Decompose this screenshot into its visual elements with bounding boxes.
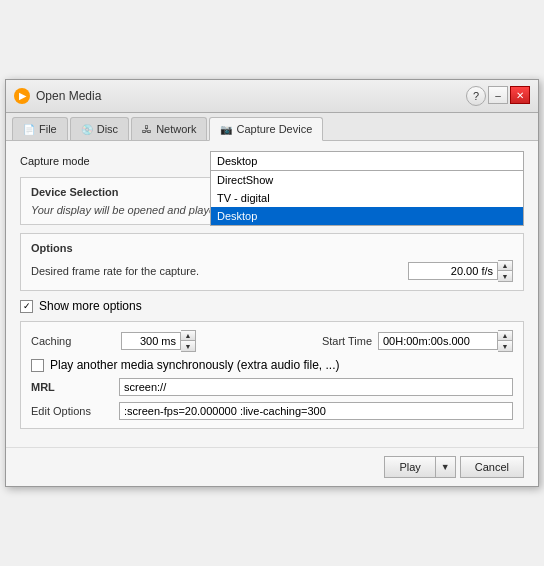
- caching-input-wrap: ▲ ▼: [121, 330, 196, 352]
- caching-spin-down[interactable]: ▼: [181, 341, 195, 351]
- play-button-group: Play ▼: [384, 456, 455, 478]
- fps-spin-buttons: ▲ ▼: [498, 260, 513, 282]
- caching-label: Caching: [31, 335, 121, 347]
- window-title: Open Media: [36, 89, 101, 103]
- tab-file-label: File: [39, 123, 57, 135]
- show-more-row: ✓ Show more options: [20, 299, 524, 313]
- fps-label: Desired frame rate for the capture.: [31, 265, 400, 277]
- content-area: Capture mode Desktop DirectShow TV - dig…: [6, 141, 538, 447]
- tab-disc-label: Disc: [97, 123, 118, 135]
- dialog-window: ▶ Open Media ? – ✕ 📄 File 💿 Disc 🖧 Netwo…: [5, 79, 539, 487]
- mrl-input[interactable]: [119, 378, 513, 396]
- mrl-label: MRL: [31, 381, 111, 393]
- show-more-checkbox[interactable]: ✓: [20, 300, 33, 313]
- fps-spin-down[interactable]: ▼: [498, 271, 512, 281]
- tab-bar: 📄 File 💿 Disc 🖧 Network 📷 Capture Device: [6, 113, 538, 141]
- tab-disc[interactable]: 💿 Disc: [70, 117, 129, 140]
- tab-capture-label: Capture Device: [236, 123, 312, 135]
- play-dropdown-arrow[interactable]: ▼: [435, 456, 456, 478]
- dropdown-item-tv[interactable]: TV - digital: [211, 189, 523, 207]
- capture-mode-select-wrapper: Desktop DirectShow TV - digital DirectSh…: [210, 151, 524, 171]
- fps-row: Desired frame rate for the capture. ▲ ▼: [31, 260, 513, 282]
- caching-spin-buttons: ▲ ▼: [181, 330, 196, 352]
- tab-capture[interactable]: 📷 Capture Device: [209, 117, 323, 141]
- dropdown-item-directshow[interactable]: DirectShow: [211, 171, 523, 189]
- capture-icon: 📷: [220, 124, 232, 135]
- sync-checkbox[interactable]: [31, 359, 44, 372]
- start-time-spin-down[interactable]: ▼: [498, 341, 512, 351]
- disc-icon: 💿: [81, 124, 93, 135]
- vlc-icon: ▶: [14, 88, 30, 104]
- file-icon: 📄: [23, 124, 35, 135]
- fps-input[interactable]: [408, 262, 498, 280]
- edit-options-row: Edit Options: [31, 402, 513, 420]
- caching-input[interactable]: [121, 332, 181, 350]
- sync-row: Play another media synchronously (extra …: [31, 358, 513, 372]
- play-button[interactable]: Play: [384, 456, 434, 478]
- close-button[interactable]: ✕: [510, 86, 530, 104]
- options-title: Options: [31, 242, 513, 254]
- edit-options-input[interactable]: [119, 402, 513, 420]
- tab-network[interactable]: 🖧 Network: [131, 117, 207, 140]
- capture-mode-select[interactable]: Desktop DirectShow TV - digital: [210, 151, 524, 171]
- edit-options-label: Edit Options: [31, 405, 111, 417]
- cancel-button[interactable]: Cancel: [460, 456, 524, 478]
- title-bar: ▶ Open Media ? – ✕: [6, 80, 538, 113]
- start-time-label: Start Time: [322, 335, 372, 347]
- network-icon: 🖧: [142, 124, 152, 135]
- caching-row: Caching ▲ ▼ Start Time ▲ ▼: [31, 330, 513, 352]
- capture-mode-label: Capture mode: [20, 155, 210, 167]
- mrl-row: MRL: [31, 378, 513, 396]
- help-button[interactable]: ?: [466, 86, 486, 106]
- title-bar-left: ▶ Open Media: [14, 88, 101, 104]
- dialog-footer: Play ▼ Cancel: [6, 447, 538, 486]
- capture-mode-row: Capture mode Desktop DirectShow TV - dig…: [20, 151, 524, 171]
- sync-label: Play another media synchronously (extra …: [50, 358, 339, 372]
- caching-spin-up[interactable]: ▲: [181, 331, 195, 341]
- dropdown-item-desktop[interactable]: Desktop: [211, 207, 523, 225]
- fps-input-wrap: ▲ ▼: [408, 260, 513, 282]
- start-time-input[interactable]: [378, 332, 498, 350]
- expanded-options: Caching ▲ ▼ Start Time ▲ ▼ Play: [20, 321, 524, 429]
- start-time-spin: ▲ ▼: [498, 330, 513, 352]
- minimize-button[interactable]: –: [488, 86, 508, 104]
- tab-network-label: Network: [156, 123, 196, 135]
- title-bar-right: ? – ✕: [466, 86, 530, 106]
- options-section: Options Desired frame rate for the captu…: [20, 233, 524, 291]
- show-more-label: Show more options: [39, 299, 142, 313]
- tab-file[interactable]: 📄 File: [12, 117, 68, 140]
- capture-mode-dropdown: DirectShow TV - digital Desktop: [210, 171, 524, 226]
- fps-spin-up[interactable]: ▲: [498, 261, 512, 271]
- start-time-spin-up[interactable]: ▲: [498, 331, 512, 341]
